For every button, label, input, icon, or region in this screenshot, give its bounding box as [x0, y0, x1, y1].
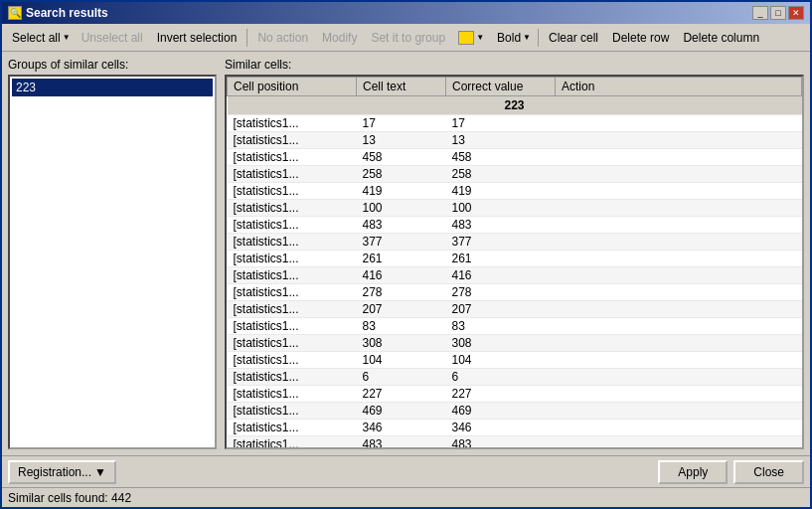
status-text: Similar cells found: 442: [8, 491, 131, 505]
table-row[interactable]: [statistics1...483483: [228, 217, 802, 234]
cell-action: [556, 132, 802, 149]
cell-correct-value: 227: [446, 386, 556, 403]
table-row[interactable]: [statistics1...104104: [228, 352, 802, 369]
bottom-bar: Registration... ▼ Apply Close: [2, 455, 810, 487]
table-row[interactable]: [statistics1...346346: [228, 420, 802, 436]
cell-correct-value: 17: [446, 115, 556, 132]
cell-correct-value: 483: [446, 217, 556, 234]
table-row[interactable]: [statistics1...8383: [228, 318, 802, 335]
cell-position: [statistics1...: [228, 149, 357, 166]
window-icon: 🔍: [8, 6, 22, 20]
cell-action: [556, 436, 802, 450]
cell-correct-value: 100: [446, 200, 556, 217]
cell-correct-value: 207: [446, 301, 556, 318]
close-button[interactable]: Close: [733, 460, 804, 484]
close-window-button[interactable]: ✕: [788, 6, 804, 20]
table-row[interactable]: [statistics1...469469: [228, 403, 802, 420]
col-cell-position: Cell position: [228, 78, 357, 96]
group-header-value: 223: [228, 96, 802, 115]
cell-position: [statistics1...: [228, 132, 357, 149]
unselect-all-button[interactable]: Unselect all: [76, 28, 149, 48]
table-row[interactable]: [statistics1...483483: [228, 436, 802, 450]
table-row[interactable]: [statistics1...261261: [228, 251, 802, 267]
table-row[interactable]: [statistics1...1313: [228, 132, 802, 149]
groups-label: Groups of similar cells:: [8, 58, 217, 72]
minimize-button[interactable]: _: [752, 6, 768, 20]
cell-correct-value: 308: [446, 335, 556, 352]
cell-correct-value: 416: [446, 267, 556, 284]
col-correct-value: Correct value: [446, 78, 556, 96]
cell-text: 258: [357, 166, 446, 183]
select-all-button[interactable]: Select all▼: [6, 28, 74, 48]
cell-correct-value: 13: [446, 132, 556, 149]
modify-button[interactable]: Modify: [316, 28, 363, 48]
cell-position: [statistics1...: [228, 420, 357, 436]
cell-correct-value: 377: [446, 234, 556, 251]
clear-cell-button[interactable]: Clear cell: [543, 28, 604, 48]
table-row[interactable]: [statistics1...419419: [228, 183, 802, 200]
table-row[interactable]: [statistics1...1717: [228, 115, 802, 132]
registration-button[interactable]: Registration... ▼: [8, 460, 116, 484]
cell-action: [556, 386, 802, 403]
bottom-left: Registration... ▼: [8, 460, 116, 484]
cell-correct-value: 261: [446, 251, 556, 267]
cell-position: [statistics1...: [228, 301, 357, 318]
group-item[interactable]: 223: [12, 79, 213, 96]
cell-text: 483: [357, 217, 446, 234]
cell-text: 13: [357, 132, 446, 149]
title-bar-left: 🔍 Search results: [8, 6, 108, 20]
table-row[interactable]: [statistics1...308308: [228, 335, 802, 352]
group-header-row: 223: [228, 96, 802, 115]
cell-position: [statistics1...: [228, 200, 357, 217]
toolbar-separator-1: [246, 29, 247, 47]
cell-action: [556, 352, 802, 369]
table-row[interactable]: [statistics1...66: [228, 369, 802, 386]
content-area: Groups of similar cells: 223 Similar cel…: [2, 52, 810, 455]
delete-column-button[interactable]: Delete column: [677, 28, 765, 48]
cell-correct-value: 419: [446, 183, 556, 200]
bold-button[interactable]: Bold▼: [491, 28, 534, 48]
table-row[interactable]: [statistics1...227227: [228, 386, 802, 403]
cell-position: [statistics1...: [228, 115, 357, 132]
invert-selection-button[interactable]: Invert selection: [151, 28, 244, 48]
cell-correct-value: 483: [446, 436, 556, 450]
table-row[interactable]: [statistics1...100100: [228, 200, 802, 217]
cell-text: 458: [357, 149, 446, 166]
groups-list[interactable]: 223: [8, 75, 217, 449]
cell-correct-value: 83: [446, 318, 556, 335]
apply-button[interactable]: Apply: [658, 460, 728, 484]
toolbar-separator-2: [538, 29, 539, 47]
cell-correct-value: 258: [446, 166, 556, 183]
cell-position: [statistics1...: [228, 284, 357, 301]
status-bar: Similar cells found: 442: [2, 487, 810, 507]
table-row[interactable]: [statistics1...207207: [228, 301, 802, 318]
window-title: Search results: [26, 6, 108, 20]
table-row[interactable]: [statistics1...278278: [228, 284, 802, 301]
no-action-button[interactable]: No action: [251, 28, 314, 48]
cell-action: [556, 318, 802, 335]
cell-text: 416: [357, 267, 446, 284]
cell-text: 17: [357, 115, 446, 132]
title-buttons: _ □ ✕: [752, 6, 804, 20]
col-cell-text: Cell text: [357, 78, 446, 96]
delete-row-button[interactable]: Delete row: [606, 28, 675, 48]
table-row[interactable]: [statistics1...377377: [228, 234, 802, 251]
cell-position: [statistics1...: [228, 335, 357, 352]
set-to-group-button[interactable]: Set it to group: [365, 28, 451, 48]
table-row[interactable]: [statistics1...416416: [228, 267, 802, 284]
cell-position: [statistics1...: [228, 318, 357, 335]
table-container[interactable]: Cell position Cell text Correct value Ac…: [225, 75, 804, 449]
right-panel: Similar cells: Cell position Cell text C…: [225, 58, 804, 449]
table-row[interactable]: [statistics1...458458: [228, 149, 802, 166]
cell-correct-value: 6: [446, 369, 556, 386]
maximize-button[interactable]: □: [770, 6, 786, 20]
cells-table: Cell position Cell text Correct value Ac…: [227, 77, 802, 449]
table-row[interactable]: [statistics1...258258: [228, 166, 802, 183]
cell-correct-value: 104: [446, 352, 556, 369]
cell-text: 261: [357, 251, 446, 267]
main-window: 🔍 Search results _ □ ✕ Select all▼ Unsel…: [0, 0, 812, 509]
cell-position: [statistics1...: [228, 386, 357, 403]
group-icon-button[interactable]: ▼: [453, 28, 489, 48]
title-bar: 🔍 Search results _ □ ✕: [2, 2, 810, 24]
cell-text: 278: [357, 284, 446, 301]
